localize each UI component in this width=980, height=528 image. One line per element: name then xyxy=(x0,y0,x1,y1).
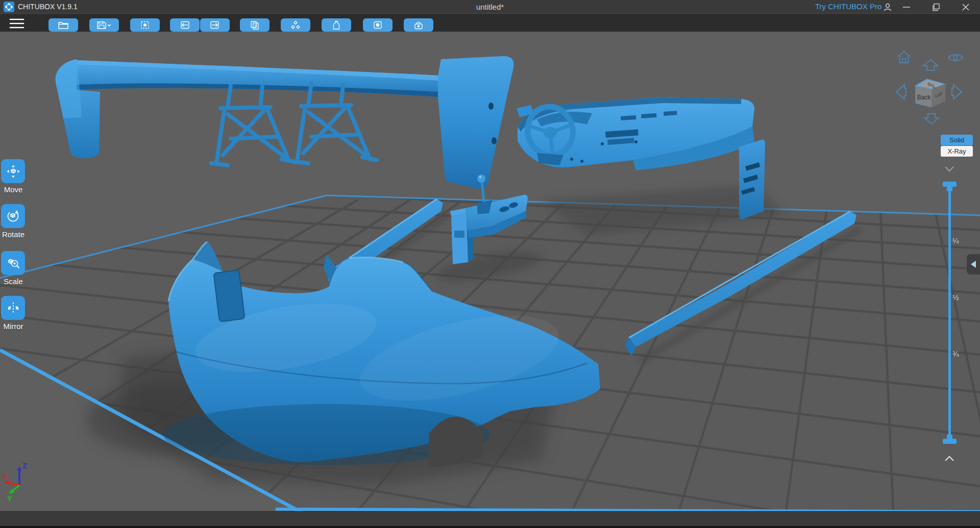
dig-hole-button[interactable] xyxy=(322,18,351,32)
close-button[interactable] xyxy=(960,1,972,13)
redo-icon xyxy=(209,20,220,30)
titlebar: CHITUBOX V1.9.1 untitled* Try CHITUBOX P… xyxy=(0,0,980,14)
restore-icon xyxy=(931,2,941,12)
hollow-icon xyxy=(290,20,301,30)
maximize-button[interactable] xyxy=(930,1,942,13)
xray-mode-button[interactable]: X-Ray xyxy=(941,146,973,157)
rotate-down-button[interactable] xyxy=(922,112,941,125)
main-toolbar xyxy=(0,14,980,32)
bottle-icon xyxy=(331,20,342,30)
resin-tank-button[interactable] xyxy=(363,18,393,32)
eye-icon xyxy=(948,55,963,61)
y-axis-label: Y xyxy=(7,494,12,502)
undo-icon xyxy=(179,20,190,30)
slider-handle-top[interactable] xyxy=(943,182,957,191)
slider-handle-bottom[interactable] xyxy=(943,435,957,444)
printer-icon xyxy=(413,20,424,30)
move-tool-button[interactable] xyxy=(1,159,25,183)
arrow-left-icon xyxy=(896,85,906,99)
z-axis-label: Z xyxy=(22,461,27,470)
undo-button[interactable] xyxy=(170,18,200,32)
save-icon xyxy=(96,20,112,30)
x-axis-label: X xyxy=(2,471,7,480)
scale-icon xyxy=(6,256,20,270)
triangle-left-icon xyxy=(971,261,976,268)
rotate-icon xyxy=(6,209,20,223)
view-cube-front-label: Back xyxy=(917,94,932,101)
copy-icon xyxy=(249,20,260,30)
status-bar xyxy=(0,511,980,528)
viewport-3d[interactable]: Move Rotate Scale xyxy=(0,32,980,511)
close-icon xyxy=(961,2,971,12)
app-title: CHITUBOX V1.9.1 xyxy=(18,3,78,11)
axis-triad: Z X Y xyxy=(0,460,37,507)
visibility-button[interactable] xyxy=(947,52,964,63)
screenshot-button[interactable] xyxy=(130,18,160,32)
menu-button[interactable] xyxy=(9,18,24,29)
user-account-button[interactable] xyxy=(881,1,894,13)
dash-side-panel xyxy=(739,140,765,220)
slice-slider[interactable] xyxy=(940,180,959,447)
chitubox-window: CHITUBOX V1.9.1 untitled* Try CHITUBOX P… xyxy=(0,0,980,528)
slider-step-up-button[interactable] xyxy=(944,455,955,462)
arrow-down-icon xyxy=(924,114,939,124)
arrow-right-icon xyxy=(952,85,962,99)
copy-button[interactable] xyxy=(240,18,270,32)
rotate-left-button[interactable] xyxy=(894,83,908,101)
minimize-button[interactable] xyxy=(900,1,913,13)
view-cube[interactable]: Back Left Top xyxy=(911,72,950,112)
save-button[interactable] xyxy=(89,18,119,32)
slice-button[interactable] xyxy=(404,18,433,32)
try-pro-link[interactable]: Try CHITUBOX Pro xyxy=(815,2,881,11)
redo-button[interactable] xyxy=(200,18,230,32)
mirror-icon xyxy=(6,301,20,315)
mirror-tool-button[interactable] xyxy=(1,296,25,320)
chevron-up-icon xyxy=(945,457,953,461)
rotate-up-button[interactable] xyxy=(921,58,940,72)
rotate-right-button[interactable] xyxy=(950,83,964,101)
bumper-recess xyxy=(213,270,244,321)
rotate-tool-button[interactable] xyxy=(1,204,25,228)
move-icon xyxy=(6,164,20,179)
app-logo-icon xyxy=(4,2,14,12)
minimize-icon xyxy=(901,2,912,12)
settings-flyout-handle[interactable] xyxy=(967,254,980,274)
home-view-button[interactable] xyxy=(896,50,912,64)
hollow-button[interactable] xyxy=(281,18,310,32)
panel-collapse-button[interactable] xyxy=(944,165,955,172)
open-folder-icon xyxy=(58,20,69,30)
screenshot-icon xyxy=(139,20,151,30)
arrow-up-icon xyxy=(923,60,938,70)
user-icon xyxy=(883,3,892,12)
home-icon xyxy=(898,52,910,63)
open-file-button[interactable] xyxy=(48,18,78,32)
chevron-down-icon xyxy=(945,167,953,171)
solid-mode-button[interactable]: Solid xyxy=(941,135,973,145)
scene-canvas[interactable] xyxy=(0,32,980,511)
slider-track[interactable] xyxy=(948,190,951,438)
scale-tool-button[interactable] xyxy=(1,251,25,275)
tank-icon xyxy=(372,20,383,30)
chevron-down-icon xyxy=(108,24,111,26)
